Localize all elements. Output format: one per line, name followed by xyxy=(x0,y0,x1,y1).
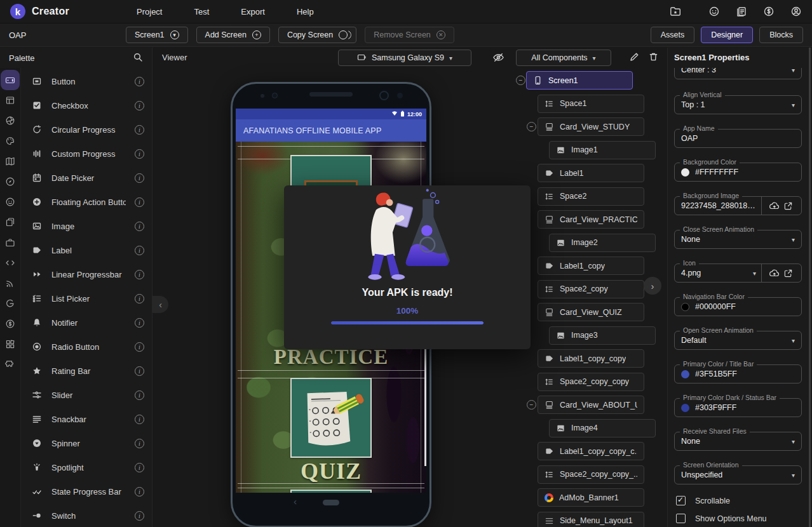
palette-item-rating-bar[interactable]: Rating Bar xyxy=(21,359,152,383)
info-icon[interactable] xyxy=(135,342,144,352)
info-icon[interactable] xyxy=(135,270,144,279)
collapse-icon[interactable] xyxy=(527,400,536,410)
category-user-interface[interactable] xyxy=(1,70,20,90)
community-icon[interactable] xyxy=(708,6,720,17)
hide-markers-icon[interactable] xyxy=(492,51,504,63)
category-layout[interactable] xyxy=(1,90,20,110)
palette-item-spinner[interactable]: Spinner xyxy=(21,431,152,455)
tree-item-card-view-quiz[interactable]: Card_View_QUIZ xyxy=(538,303,644,321)
palette-item-date-picker[interactable]: Date Picker xyxy=(21,166,152,190)
space-component[interactable] xyxy=(238,146,424,147)
open-external-icon[interactable] xyxy=(782,201,795,211)
info-icon[interactable] xyxy=(135,101,144,110)
components-filter[interactable]: All Components xyxy=(516,50,611,66)
tree-item-side-menu-layout1[interactable]: Side_Menu_Layout1 xyxy=(538,512,644,527)
info-icon[interactable] xyxy=(135,77,144,86)
info-icon[interactable] xyxy=(135,222,144,231)
palette-item-linear-progressbar[interactable]: Linear Progressbar xyxy=(21,262,152,286)
palette-item-custom-progress[interactable]: Custom Progress xyxy=(21,142,152,166)
projects-folder-icon[interactable] xyxy=(670,6,681,17)
collapse-icon[interactable] xyxy=(527,122,536,131)
category-dynamic-components[interactable] xyxy=(1,253,20,273)
align-horizontal-select[interactable]: Center : 3 xyxy=(674,68,802,79)
palette-item-checkbox[interactable]: Checkbox xyxy=(21,93,152,117)
info-icon[interactable] xyxy=(135,366,144,376)
space-component[interactable] xyxy=(238,370,424,371)
info-icon[interactable] xyxy=(135,415,144,424)
tree-item-label1-copy[interactable]: Label1_copy xyxy=(538,257,644,275)
monetization-icon[interactable] xyxy=(763,6,775,17)
tree-item-image2[interactable]: Image2 xyxy=(549,234,656,252)
space-component[interactable] xyxy=(238,483,424,484)
tree-item-space2-copy-copy[interactable]: Space2_copy_copy xyxy=(538,373,644,391)
trash-icon[interactable] xyxy=(648,51,659,62)
palette-item-image[interactable]: Image xyxy=(21,214,152,238)
category-media[interactable] xyxy=(1,110,20,131)
category-sensors[interactable] xyxy=(1,171,20,192)
menu-help[interactable]: Help xyxy=(297,7,314,17)
palette-item-list-picker[interactable]: List Picker xyxy=(21,286,152,310)
tree-item-screen1[interactable]: Screen1 xyxy=(526,71,633,90)
tree-item-card-view-about-us[interactable]: Card_View_ABOUT_US xyxy=(538,396,644,414)
tab-designer[interactable]: Designer xyxy=(701,27,753,43)
category-extensions[interactable] xyxy=(1,354,20,375)
copy-screen-button[interactable]: Copy Screen xyxy=(278,27,356,43)
upload-icon[interactable] xyxy=(767,269,782,278)
tree-item-space2-copy[interactable]: Space2_copy xyxy=(538,280,644,298)
tree-item-card-view-practice[interactable]: Card_View_PRACTICE xyxy=(538,210,644,229)
remove-screen-button[interactable]: Remove Screen✕ xyxy=(365,27,454,43)
account-icon[interactable] xyxy=(790,6,802,17)
device-selector[interactable]: Samsung Galaxy S9 xyxy=(338,50,471,66)
category-monetization[interactable] xyxy=(1,314,20,334)
screen-selector-button[interactable]: Screen1▾ xyxy=(126,27,188,43)
palette-item-radio-button[interactable]: Radio Button xyxy=(21,335,152,359)
palette-item-slider[interactable]: Slider xyxy=(21,383,152,407)
palette-item-spotlight[interactable]: Spotlight xyxy=(21,455,152,479)
category-storage[interactable] xyxy=(1,212,20,232)
info-icon[interactable] xyxy=(135,125,144,135)
tree-item-space2-copy-copy-2[interactable]: Space2_copy_copy_... xyxy=(538,465,644,484)
properties-scrollbar[interactable] xyxy=(809,48,811,527)
tree-item-admob-banner1[interactable]: AdMob_Banner1 xyxy=(538,488,644,507)
card-view-about-us[interactable] xyxy=(290,490,372,493)
palette-item-label[interactable]: Label xyxy=(21,238,152,262)
search-icon[interactable] xyxy=(133,52,143,64)
info-icon[interactable] xyxy=(135,463,144,472)
category-drawing-animation[interactable] xyxy=(1,131,20,151)
palette-item-button[interactable]: Button xyxy=(21,69,152,93)
tab-assets[interactable]: Assets xyxy=(651,27,695,43)
category-google[interactable] xyxy=(1,293,20,314)
news-icon[interactable] xyxy=(736,6,747,17)
tab-blocks[interactable]: Blocks xyxy=(759,27,803,43)
info-icon[interactable] xyxy=(135,149,144,159)
info-icon[interactable] xyxy=(135,487,144,497)
menu-export[interactable]: Export xyxy=(241,7,265,17)
info-icon[interactable] xyxy=(135,511,144,521)
collapse-icon[interactable] xyxy=(516,76,525,85)
info-icon[interactable] xyxy=(135,173,144,183)
quiz-label[interactable]: QUIZ xyxy=(236,458,426,484)
expand-tree-handle[interactable] xyxy=(644,277,661,295)
tree-item-label1-copy-copy-c[interactable]: Label1_copy_copy_c... xyxy=(538,442,644,460)
category-maps[interactable] xyxy=(1,151,20,171)
checkbox[interactable] xyxy=(676,496,686,505)
tree-item-card-view-study[interactable]: Card_View_STUDY xyxy=(538,117,644,136)
info-icon[interactable] xyxy=(135,390,144,400)
menu-test[interactable]: Test xyxy=(194,7,209,17)
card-view-quiz[interactable] xyxy=(290,378,372,458)
edit-icon[interactable] xyxy=(629,51,640,62)
info-icon[interactable] xyxy=(135,439,144,448)
open-external-icon[interactable] xyxy=(782,269,795,278)
palette-item-fab[interactable]: Floating Action Button xyxy=(21,190,152,214)
upload-icon[interactable] xyxy=(767,201,782,211)
palette-item-circular-progress[interactable]: Circular Progress xyxy=(21,117,152,142)
info-icon[interactable] xyxy=(135,294,144,304)
kodular-logo-icon[interactable]: k xyxy=(10,4,25,19)
info-icon[interactable] xyxy=(135,246,144,255)
tree-item-label1-copy-copy[interactable]: Label1_copy_copy xyxy=(538,349,644,368)
tree-item-image4[interactable]: Image4 xyxy=(549,419,656,437)
checkbox[interactable] xyxy=(676,514,686,523)
menu-project[interactable]: Project xyxy=(137,7,162,17)
tree-item-image1[interactable]: Image1 xyxy=(549,141,656,159)
tree-item-space1[interactable]: Space1 xyxy=(538,95,644,113)
